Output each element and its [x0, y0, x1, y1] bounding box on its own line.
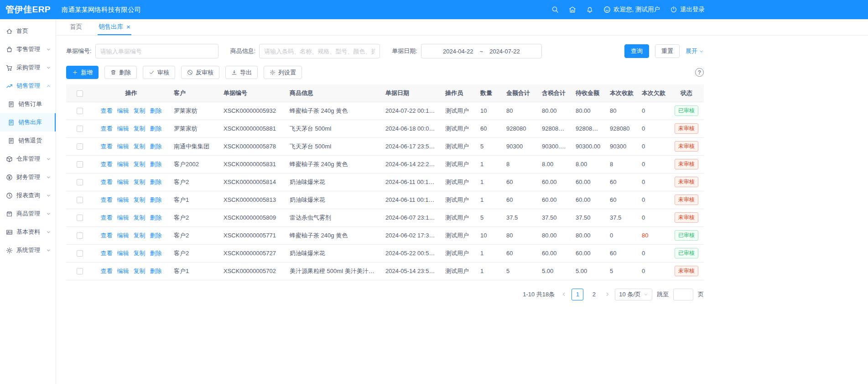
row-action-copy[interactable]: 复制: [134, 214, 146, 221]
row-action-view[interactable]: 查看: [101, 125, 113, 132]
page-size-select[interactable]: 10 条/页: [615, 289, 652, 300]
row-checkbox[interactable]: [77, 161, 83, 168]
row-action-delete[interactable]: 删除: [150, 107, 162, 114]
columns-button[interactable]: 列设置: [264, 66, 302, 79]
tab-sales-outbound[interactable]: 销售出库 ×: [98, 19, 131, 35]
add-button[interactable]: 新增: [66, 66, 99, 79]
row-checkbox[interactable]: [77, 268, 83, 274]
row-action-delete[interactable]: 删除: [150, 125, 162, 132]
sidebar-item-goods[interactable]: 商品管理: [0, 205, 56, 223]
sidebar-item-sales-order[interactable]: 销售订单: [0, 95, 56, 113]
row-action-delete[interactable]: 删除: [150, 196, 162, 203]
row-checkbox[interactable]: [77, 232, 83, 239]
expand-link[interactable]: 展开: [686, 47, 704, 55]
row-action-edit[interactable]: 编辑: [117, 232, 129, 239]
row-action-copy[interactable]: 复制: [134, 107, 146, 114]
cell-operator: 测试用户: [441, 173, 476, 191]
audit-button[interactable]: 审核: [143, 66, 175, 79]
row-action-delete[interactable]: 删除: [150, 143, 162, 150]
row-action-edit[interactable]: 编辑: [117, 214, 129, 221]
row-action-delete[interactable]: 删除: [150, 250, 162, 257]
row-action-edit[interactable]: 编辑: [117, 107, 129, 114]
cell-received: 60: [605, 173, 637, 191]
chevron-left-icon[interactable]: [561, 291, 567, 297]
close-icon[interactable]: ×: [126, 23, 130, 30]
reset-button[interactable]: 重置: [655, 44, 680, 58]
row-checkbox[interactable]: [77, 108, 83, 114]
row-action-edit[interactable]: 编辑: [117, 268, 129, 274]
sidebar-item-purchase[interactable]: 采购管理: [0, 58, 56, 77]
row-action-copy[interactable]: 复制: [134, 143, 146, 150]
row-action-edit[interactable]: 编辑: [117, 161, 129, 168]
row-action-view[interactable]: 查看: [101, 179, 113, 185]
row-action-view[interactable]: 查看: [101, 107, 113, 114]
select-all-checkbox[interactable]: [77, 90, 83, 97]
row-checkbox[interactable]: [77, 143, 83, 150]
tab-bar: 首页 销售出库 ×: [56, 19, 868, 36]
chevron-right-icon[interactable]: [604, 291, 610, 297]
row-action-view[interactable]: 查看: [101, 143, 113, 150]
row-checkbox[interactable]: [77, 215, 83, 221]
row-action-view[interactable]: 查看: [101, 196, 113, 203]
sidebar-item-sales-return[interactable]: 销售退货: [0, 132, 56, 150]
sidebar-item-finance[interactable]: 财务管理: [0, 168, 56, 186]
row-action-copy[interactable]: 复制: [134, 161, 146, 168]
row-action-delete[interactable]: 删除: [150, 214, 162, 221]
cell-qty: 5: [476, 209, 502, 226]
row-action-view[interactable]: 查看: [101, 268, 113, 274]
pagination: 1-10 共18条1210 条/页跳至页: [66, 289, 704, 300]
row-action-edit[interactable]: 编辑: [117, 125, 129, 132]
cell-product: 蜂蜜柚子茶 240g 黄色: [285, 155, 381, 173]
row-action-copy[interactable]: 复制: [134, 232, 146, 239]
page-number-1[interactable]: 1: [572, 289, 583, 300]
row-checkbox[interactable]: [77, 179, 83, 185]
jump-page-input[interactable]: [673, 289, 693, 300]
row-action-edit[interactable]: 编辑: [117, 179, 129, 185]
sidebar-item-report[interactable]: 报表查询: [0, 186, 56, 205]
row-action-edit[interactable]: 编辑: [117, 250, 129, 257]
sidebar-item-sales[interactable]: 销售管理: [0, 77, 56, 95]
row-action-copy[interactable]: 复制: [134, 196, 146, 203]
sidebar-item-home[interactable]: 首页: [0, 22, 56, 40]
row-checkbox[interactable]: [77, 197, 83, 203]
tab-home[interactable]: 首页: [69, 19, 83, 35]
row-action-view[interactable]: 查看: [101, 214, 113, 221]
sidebar-item-basic[interactable]: 基本资料: [0, 223, 56, 241]
row-action-view[interactable]: 查看: [101, 250, 113, 257]
basic-icon: [6, 229, 13, 236]
row-action-edit[interactable]: 编辑: [117, 196, 129, 203]
bell-icon[interactable]: [586, 6, 593, 13]
building-icon[interactable]: [569, 6, 576, 13]
sidebar-item-retail[interactable]: 零售管理: [0, 40, 56, 58]
filter-actions: 查询 重置 展开: [624, 44, 704, 58]
logout-button[interactable]: 退出登录: [670, 5, 705, 14]
row-action-delete[interactable]: 删除: [150, 179, 162, 185]
page-number-2[interactable]: 2: [588, 289, 600, 300]
row-checkbox[interactable]: [77, 250, 83, 257]
row-action-delete[interactable]: 删除: [150, 268, 162, 274]
export-button[interactable]: 导出: [225, 66, 258, 79]
row-checkbox[interactable]: [77, 126, 83, 132]
cell-owed: 80: [637, 226, 669, 244]
sidebar-item-sales-outbound[interactable]: 销售出库: [0, 113, 56, 132]
row-action-copy[interactable]: 复制: [134, 179, 146, 185]
row-action-view[interactable]: 查看: [101, 232, 113, 239]
help-icon[interactable]: ?: [695, 68, 704, 77]
date-range-picker[interactable]: 2024-04-22 ~ 2024-07-22: [421, 44, 542, 58]
row-action-view[interactable]: 查看: [101, 161, 113, 168]
unaudit-button[interactable]: 反审核: [181, 66, 219, 79]
search-icon[interactable]: [551, 6, 559, 13]
bill-no-input[interactable]: [95, 44, 218, 58]
row-action-delete[interactable]: 删除: [150, 161, 162, 168]
row-action-edit[interactable]: 编辑: [117, 143, 129, 150]
row-action-delete[interactable]: 删除: [150, 232, 162, 239]
user-menu[interactable]: 欢迎您, 测试用户: [603, 5, 660, 14]
row-action-copy[interactable]: 复制: [134, 268, 146, 274]
sidebar-item-system[interactable]: 系统管理: [0, 241, 56, 259]
row-action-copy[interactable]: 复制: [134, 125, 146, 132]
delete-button[interactable]: 删除: [104, 66, 137, 79]
row-action-copy[interactable]: 复制: [134, 250, 146, 257]
search-button[interactable]: 查询: [624, 44, 649, 58]
product-input[interactable]: [259, 44, 380, 58]
sidebar-item-warehouse[interactable]: 仓库管理: [0, 150, 56, 168]
